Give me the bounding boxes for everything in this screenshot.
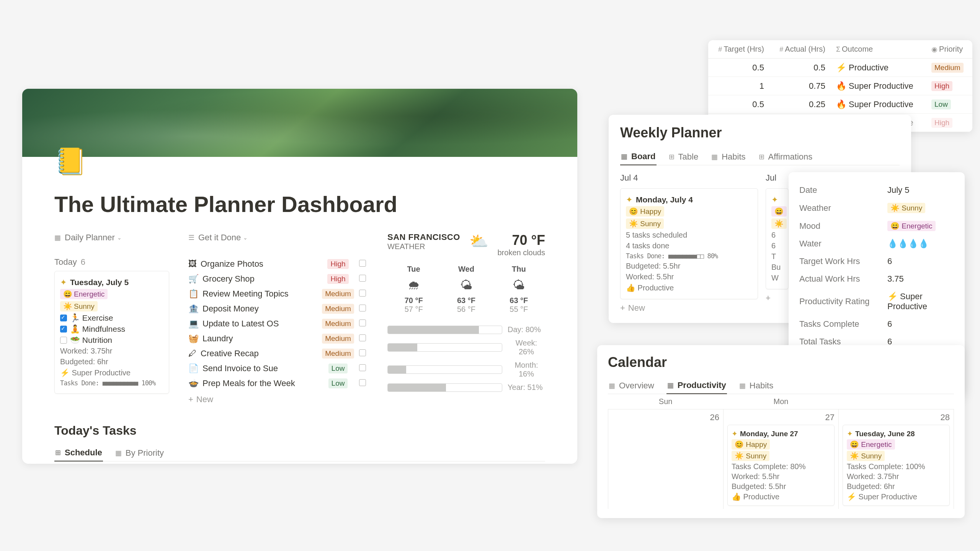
priority-tag: High [327,259,348,269]
habit-exercise-checkbox[interactable] [60,315,67,321]
today-group: Today 6 [54,257,169,267]
gid-row[interactable]: 🍲Prep Meals for the WeekLow [188,376,368,391]
daily-planner-view[interactable]: ▦ Daily Planner ⌄ [54,233,122,243]
task-checkbox[interactable] [359,275,366,282]
priority-tag: Low [328,364,348,373]
gid-row[interactable]: 🖊Creative RecapMedium [188,346,368,361]
spark-icon: ✦ [732,429,738,438]
calendar-icon: ▦ [609,381,615,390]
board-icon: ▦ [621,152,627,161]
task-icon: 🧺 [188,334,199,344]
task-icon: 🖊 [188,349,197,359]
priority-tag: Medium [322,289,354,299]
progress-row: Month: 16% [387,361,545,378]
progress-row: Week: 26% [387,339,545,356]
tab-productivity[interactable]: ▦Productivity [666,377,727,394]
page-title: The Ultimate Planner Dashboard [54,191,577,217]
tasks-table: AaTask #Target #Actual ΣOutcome ◉Priorit… [54,461,545,464]
task-checkbox[interactable] [359,379,366,386]
priority-tag: Medium [322,304,354,314]
task-icon: 📋 [188,289,199,299]
select-icon: ◉ [931,46,938,53]
gallery-icon: ▦ [54,233,61,242]
gid-row[interactable]: 🖼Organize PhotosHigh [188,256,368,271]
tab-schedule[interactable]: ⊞Schedule [54,445,103,461]
priority-tag: Medium [322,334,354,344]
number-icon: # [779,46,783,53]
plus-icon: + [620,303,625,313]
list-icon: ☰ [188,233,194,242]
tab-affirmations[interactable]: ⊞Affirmations [758,148,813,165]
page-icon[interactable]: 📒 [54,146,87,177]
progress-row: Year: 51% [387,383,545,392]
task-icon: 🖼 [188,259,197,269]
task-icon: 🏦 [188,304,199,314]
plus-icon: + [188,395,193,404]
tab-overview[interactable]: ▦Overview [608,377,655,394]
task-checkbox[interactable] [359,349,366,356]
tab-table[interactable]: ⊞Table [668,148,699,165]
task-checkbox[interactable] [359,334,366,341]
gid-row[interactable]: 🛒Grocery ShopHigh [188,271,368,286]
gid-row[interactable]: 📋Review Meeting TopicsMedium [188,286,368,301]
task-checkbox[interactable] [359,364,366,371]
habit-nutrition-checkbox[interactable] [60,337,67,344]
tab-priority[interactable]: ▦By Priority [114,445,165,461]
chevron-down-icon: ⌄ [117,235,122,241]
task-icon: 💻 [188,319,199,329]
get-it-done-view[interactable]: ☰ Get it Done ⌄ [188,233,248,243]
tab-cal-habits[interactable]: ▦Habits [738,377,774,394]
tab-habits[interactable]: ▦Habits [710,148,746,165]
gallery-icon: ▦ [711,153,718,161]
calendar-entry-mon[interactable]: ✦Monday, June 27 😊 Happy ☀️ Sunny Tasks … [727,425,835,506]
cover-image [22,89,577,157]
plus-icon: + [766,293,771,303]
tab-board[interactable]: ▦Board [620,148,657,165]
new-weekly-button-2[interactable]: + [766,289,789,303]
table-icon: ⊞ [669,153,675,161]
calendar-cell-mon[interactable]: 27 ✦Monday, June 27 😊 Happy ☀️ Sunny Tas… [724,409,839,509]
task-checkbox[interactable] [359,290,366,297]
priority-tag: Medium [322,319,354,329]
table-icon: ⊞ [55,448,61,457]
table-row[interactable]: 10.75🔥 Super ProductiveHigh [708,77,972,95]
number-icon: # [718,46,722,53]
priority-tag: High [327,274,348,284]
forecast-day: Tue🌧70 °F57 °F [405,265,423,314]
task-icon: 🛒 [188,274,199,284]
weekly-card-partial[interactable]: ✦ 😄 ☀️ 6 6 T Bu W [766,188,789,289]
weather-tag: ☀️ Sunny [60,301,98,311]
priority-tag: Low [328,378,348,388]
task-checkbox[interactable] [359,305,366,311]
weather-icon: ⛅ [469,232,488,250]
gid-row[interactable]: 📄Send Invoice to SueLow [188,361,368,376]
spark-icon: ✦ [771,195,778,204]
formula-icon: Σ [836,46,840,53]
calendar-cell-sun[interactable]: 26 [608,409,724,509]
calendar-entry-tue[interactable]: ✦Tuesday, June 28 😄 Energetic ☀️ Sunny T… [843,425,950,506]
habit-mindfulness-checkbox[interactable] [60,326,67,333]
new-weekly-button[interactable]: +New [620,299,758,313]
weather-widget: SAN FRANCISCO WEATHER ⛅ 70 °F broken clo… [387,232,545,404]
task-checkbox[interactable] [359,320,366,326]
calendar-icon: ▦ [667,381,674,390]
table-row[interactable]: 0.50.5⚡ ProductiveMedium [708,59,972,77]
new-task-button[interactable]: +New [188,391,368,404]
weekly-card-jul4[interactable]: ✦Monday, July 4 😊 Happy ☀️ Sunny 5 tasks… [620,188,758,299]
gid-row[interactable]: 🏦Deposit MoneyMedium [188,301,368,316]
calendar-cell-tue[interactable]: 28 ✦Tuesday, June 28 😄 Energetic ☀️ Sunn… [839,409,954,509]
priority-tag: Medium [322,349,354,359]
table-icon: ⊞ [759,153,764,161]
dashboard-card: 📒 The Ultimate Planner Dashboard ▦ Daily… [22,89,577,464]
daily-card[interactable]: ✦Tuesday, July 5 😄 Energetic ☀️ Sunny 🏃 … [54,271,169,394]
task-checkbox[interactable] [359,260,366,267]
gid-row[interactable]: 🧺LaundryMedium [188,331,368,346]
tasks-tabs: ⊞Schedule ▦By Priority [54,445,545,461]
spark-icon: ✦ [847,429,853,438]
chevron-down-icon: ⌄ [243,235,248,241]
task-icon: 🍲 [188,378,199,388]
progress-row: Day: 80% [387,325,545,334]
gid-row[interactable]: 💻Update to Latest OSMedium [188,316,368,331]
task-icon: 📄 [188,364,199,373]
table-row[interactable]: 0.50.25🔥 Super ProductiveLow [708,95,972,114]
